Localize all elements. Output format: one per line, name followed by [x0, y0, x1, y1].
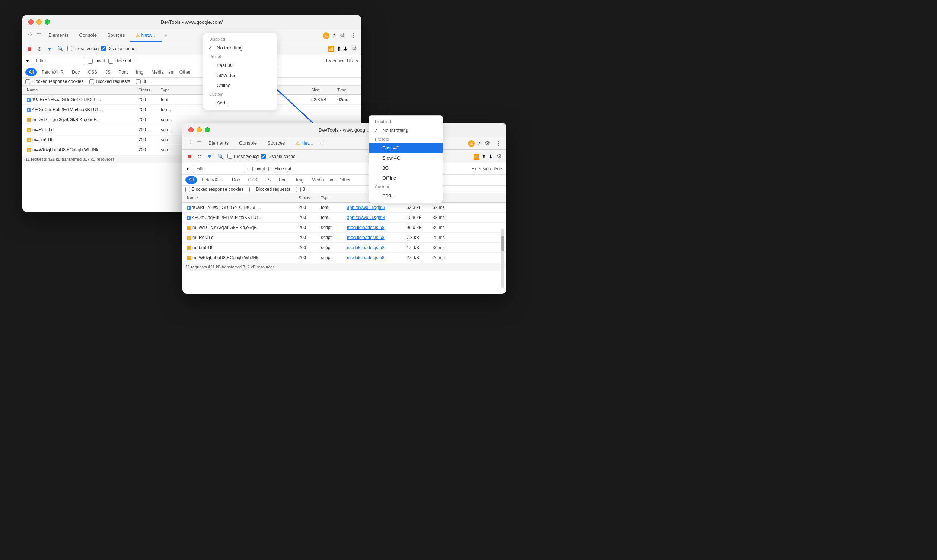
tab-console-2[interactable]: Console — [234, 137, 262, 149]
filter-other-2[interactable]: Other — [336, 176, 354, 184]
filter-js-2[interactable]: JS — [262, 176, 274, 184]
filter-input-2[interactable] — [193, 165, 245, 173]
invert-cb-2[interactable] — [248, 166, 253, 171]
third-party-cb-2[interactable] — [296, 187, 301, 192]
filter-img-1[interactable]: Img — [133, 68, 147, 76]
invert-label-1[interactable]: Invert — [88, 58, 105, 64]
maximize-button-2[interactable] — [205, 127, 210, 132]
menu-add-1[interactable]: Add... — [203, 98, 277, 108]
tab-sources-2[interactable]: Sources — [262, 137, 290, 149]
device-icon-2[interactable]: ▭ — [195, 137, 203, 146]
filter-font-1[interactable]: Font — [116, 68, 131, 76]
filter-icon-2[interactable]: ▼ — [205, 153, 214, 160]
gear-icon-2[interactable]: ⚙ — [483, 138, 491, 148]
filter-icon-1[interactable]: ▼ — [45, 45, 54, 52]
clear-icon-1[interactable]: ⊘ — [36, 45, 43, 52]
menu-no-throttling-2[interactable]: No throttling — [369, 125, 443, 135]
scrollbar-2[interactable] — [502, 229, 505, 288]
menu-slow3g-1[interactable]: Slow 3G — [203, 70, 277, 80]
table-row[interactable]: ⊞m=bm51tf 200 script moduleloader.js:58 … — [182, 243, 506, 253]
blocked-cookies-label-2[interactable]: Blocked response cookies — [185, 187, 244, 192]
preserve-log-cb-1[interactable] — [67, 46, 72, 51]
menu-fast4g-2[interactable]: Fast 4G — [369, 143, 443, 153]
more-tabs-1[interactable]: » — [162, 29, 169, 42]
tab-sources-1[interactable]: Sources — [102, 29, 130, 42]
network-settings-2[interactable]: ⚙ — [495, 151, 503, 162]
menu-no-throttling-1[interactable]: No throttling — [203, 43, 277, 53]
filter-media-2[interactable]: Media — [308, 176, 327, 184]
table-row[interactable]: ⊞m=Wt6vjf,hhhU8,FCpbqb,WhJNk 200 script … — [182, 253, 506, 263]
preserve-log-cb-2[interactable] — [227, 154, 232, 159]
menu-3g-2[interactable]: 3G — [369, 163, 443, 173]
stop-icon-1[interactable]: ⏹ — [25, 45, 34, 52]
blocked-cookies-cb-2[interactable] — [185, 187, 190, 192]
close-button-2[interactable] — [188, 127, 194, 132]
table-row[interactable]: TKFOmCnqEu92Fr1Mu4mxKKTU1... 200 font ap… — [182, 213, 506, 223]
filter-doc-1[interactable]: Doc — [68, 68, 83, 76]
table-row[interactable]: TKFOmCnqEu92Fr1Mu4mxKKTU1... 200 fon… — [22, 105, 361, 115]
close-button-1[interactable] — [28, 19, 34, 25]
disable-cache-cb-1[interactable] — [101, 46, 106, 51]
filter-fetch-1[interactable]: Fetch/XHR — [39, 68, 67, 76]
filter-css-1[interactable]: CSS — [85, 68, 100, 76]
third-party-cb-1[interactable] — [136, 79, 141, 84]
maximize-button-1[interactable] — [45, 19, 50, 25]
disable-cache-cb-2[interactable] — [261, 154, 266, 159]
table-row[interactable]: T4UaRrENHsxJlGDuGo1OllJfC6l_... 200 font… — [182, 203, 506, 213]
cursor-icon-1[interactable]: ⊹ — [25, 29, 34, 38]
hide-data-cb-1[interactable] — [108, 59, 113, 64]
minimize-button-1[interactable] — [37, 19, 42, 25]
gear-icon-1[interactable]: ⚙ — [338, 31, 346, 40]
table-row[interactable]: T4UaRrENHsxJlGDuGo1OllJfC6l_... 200 font… — [22, 95, 361, 105]
tab-elements-2[interactable]: Elements — [203, 137, 234, 149]
filter-all-2[interactable]: All — [185, 176, 197, 184]
hide-data-label-1[interactable]: Hide dat… — [108, 58, 137, 64]
table-row[interactable]: ⊞m=ws9Tlc,n73qwf,GkRiKb,e5qF... 200 scri… — [182, 223, 506, 233]
filter-img-2[interactable]: Img — [293, 176, 307, 184]
filter-input-1[interactable] — [33, 57, 85, 65]
search-icon-1[interactable]: 🔍 — [56, 45, 65, 52]
filter-fetch-2[interactable]: Fetch/XHR — [198, 176, 227, 184]
hide-data-label-2[interactable]: Hide dat… — [269, 166, 298, 171]
invert-cb-1[interactable] — [88, 59, 93, 64]
more-menu-2[interactable]: ⋮ — [494, 138, 503, 148]
blocked-cookies-label-1[interactable]: Blocked response cookies — [25, 79, 83, 84]
filter-css-2[interactable]: CSS — [245, 176, 261, 184]
filter-media-1[interactable]: Media — [148, 68, 167, 76]
menu-slow4g-2[interactable]: Slow 4G — [369, 153, 443, 163]
invert-label-2[interactable]: Invert — [248, 166, 266, 171]
minimize-button-2[interactable] — [196, 127, 202, 132]
tab-network-2[interactable]: ⚠ Net… — [290, 137, 319, 149]
disable-cache-label-1[interactable]: Disable cache — [101, 46, 135, 51]
filter-js-1[interactable]: JS — [102, 68, 114, 76]
menu-offline-1[interactable]: Offline — [203, 80, 277, 90]
device-icon-1[interactable]: ▭ — [34, 29, 43, 38]
scrollbar-thumb-2[interactable] — [502, 236, 505, 251]
third-party-label-2[interactable]: 3… — [296, 187, 311, 192]
menu-fast3g-1[interactable]: Fast 3G — [203, 60, 277, 70]
tab-console-1[interactable]: Console — [74, 29, 102, 42]
tab-elements-1[interactable]: Elements — [43, 29, 74, 42]
blocked-requests-cb-1[interactable] — [90, 79, 94, 84]
blocked-requests-cb-2[interactable] — [249, 187, 254, 192]
filter-all-1[interactable]: All — [25, 68, 37, 76]
tab-network-1[interactable]: ⚠ Netw… — [130, 29, 162, 42]
cursor-icon-2[interactable]: ⊹ — [185, 137, 195, 146]
filter-doc-2[interactable]: Doc — [228, 176, 243, 184]
clear-icon-2[interactable]: ⊘ — [196, 153, 203, 160]
menu-offline-2[interactable]: Offline — [369, 173, 443, 183]
menu-add-2[interactable]: Add... — [369, 191, 443, 200]
blocked-requests-label-2[interactable]: Blocked requests — [249, 187, 290, 192]
filter-font-2[interactable]: Font — [275, 176, 291, 184]
more-menu-1[interactable]: ⋮ — [349, 31, 358, 40]
stop-icon-2[interactable]: ⏹ — [185, 153, 194, 160]
hide-data-cb-2[interactable] — [269, 166, 273, 171]
search-icon-2[interactable]: 🔍 — [216, 153, 225, 160]
blocked-cookies-cb-1[interactable] — [25, 79, 30, 84]
disable-cache-label-2[interactable]: Disable cache — [261, 154, 295, 159]
table-row[interactable]: ⊞m=RqjULd 200 script moduleloader.js:58 … — [182, 233, 506, 243]
more-tabs-2[interactable]: » — [319, 137, 326, 149]
preserve-log-label-2[interactable]: Preserve log — [227, 154, 259, 159]
network-settings-1[interactable]: ⚙ — [350, 43, 358, 54]
preserve-log-label-1[interactable]: Preserve log — [67, 46, 99, 51]
